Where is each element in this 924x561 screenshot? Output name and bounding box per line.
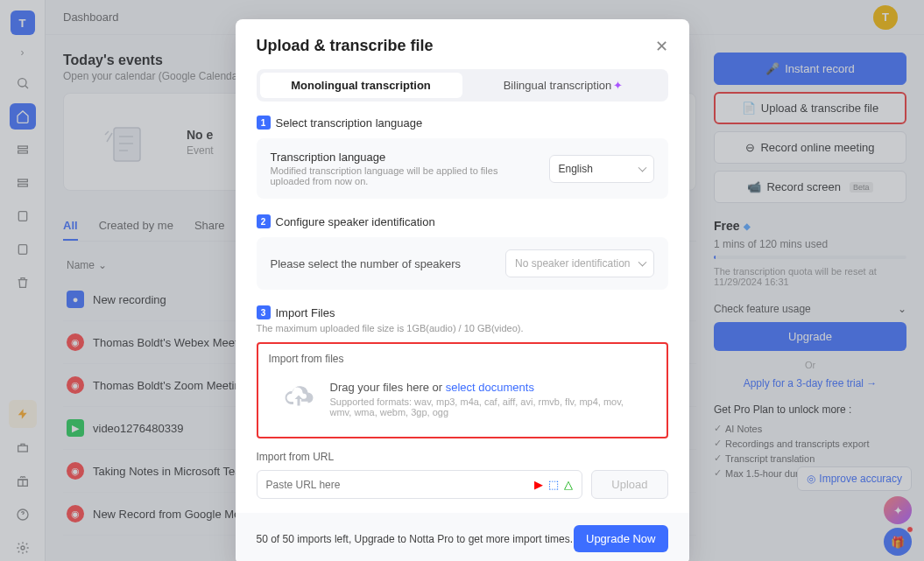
step-1-label: Select transcription language xyxy=(276,116,423,130)
bilingual-tab[interactable]: Bilingual transcription✦ xyxy=(462,73,665,98)
supported-formats: Supported formats: wav, mp3, m4a, caf, a… xyxy=(330,396,642,417)
import-url-label: Import from URL xyxy=(257,451,668,463)
speaker-config-text: Please select the number of speakers xyxy=(271,257,462,270)
speaker-select[interactable]: No speaker identification xyxy=(505,249,653,277)
monolingual-tab[interactable]: Monolingual transcription xyxy=(260,73,462,98)
url-upload-button[interactable]: Upload xyxy=(591,470,667,499)
url-input-wrapper: ▶ ⬚ △ xyxy=(257,470,583,499)
drop-text: Drag your files here or xyxy=(330,381,443,394)
upload-modal: Upload & transcribe file ✕ Monolingual t… xyxy=(236,19,689,561)
modal-overlay: Upload & transcribe file ✕ Monolingual t… xyxy=(0,0,924,561)
drop-zone[interactable]: Drag your files here or select documents… xyxy=(269,375,656,423)
youtube-icon: ▶ xyxy=(534,478,543,491)
transcription-type-tabs: Monolingual transcription Bilingual tran… xyxy=(257,69,668,102)
step-1-badge: 1 xyxy=(257,116,271,130)
file-size-note: The maximum uploaded file size is 1GB(au… xyxy=(257,323,668,333)
import-from-files-section: Import from files Drag your files here o… xyxy=(257,342,668,438)
imports-remaining-text: 50 of 50 imports left, Upgrade to Notta … xyxy=(257,533,574,545)
step-3-badge: 3 xyxy=(257,305,271,319)
close-icon[interactable]: ✕ xyxy=(655,39,668,54)
step-3-label: Import Files xyxy=(276,306,335,319)
language-select[interactable]: English xyxy=(549,155,654,183)
url-input[interactable] xyxy=(266,479,530,491)
language-config-sub: Modified transcription language will be … xyxy=(271,165,539,186)
gdrive-icon: △ xyxy=(564,478,573,491)
dropbox-icon: ⬚ xyxy=(548,478,559,491)
step-2-label: Configure speaker identification xyxy=(276,215,435,228)
language-config-title: Transcription language xyxy=(271,151,539,164)
cloud-upload-icon xyxy=(283,383,314,415)
upgrade-now-button[interactable]: Upgrade Now xyxy=(574,525,668,552)
select-documents-link[interactable]: select documents xyxy=(446,381,534,394)
sparkle-icon: ✦ xyxy=(613,79,623,92)
modal-title: Upload & transcribe file xyxy=(257,37,434,55)
import-files-label: Import from files xyxy=(269,353,656,365)
step-2-badge: 2 xyxy=(257,214,271,228)
